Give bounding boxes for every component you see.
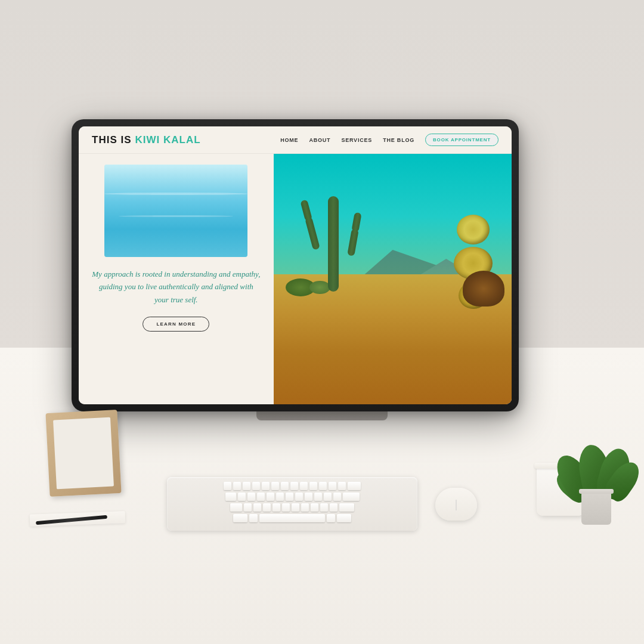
site-header: THIS IS KIWI KALAL HOME ABOUT SERVICES T… <box>79 126 512 154</box>
key <box>329 482 336 490</box>
cactus-trunk <box>328 196 339 292</box>
frame-inner <box>53 417 114 490</box>
bush-body <box>463 271 504 306</box>
key-cmd <box>233 514 247 522</box>
desert-scene <box>274 154 512 404</box>
nav-about[interactable]: ABOUT <box>309 137 330 143</box>
picture-frame <box>45 410 121 497</box>
learn-more-button[interactable]: LEARN MORE <box>143 317 209 332</box>
key <box>339 503 354 512</box>
mouse-scroll <box>456 500 457 510</box>
key <box>243 482 250 490</box>
hero-quote: My approach is rooted in understanding a… <box>92 268 261 306</box>
logo-prefix: THIS IS <box>92 134 132 146</box>
key <box>333 493 341 501</box>
plant-leaves <box>561 426 632 498</box>
key <box>238 493 246 501</box>
key <box>257 493 265 501</box>
keyboard <box>167 477 417 531</box>
key <box>300 482 308 490</box>
key-cmd-r <box>337 514 351 522</box>
cholla-top <box>457 215 490 244</box>
book-appointment-button[interactable]: BOOK APPOINTMENT <box>425 134 499 146</box>
logo-brand: KIWI KALAL <box>135 134 201 146</box>
key <box>314 493 322 501</box>
key <box>309 482 317 490</box>
nav-blog[interactable]: THE BLOG <box>383 137 414 143</box>
brown-bush <box>463 271 504 306</box>
keyboard-area <box>149 477 495 531</box>
pool-image <box>104 165 247 257</box>
key <box>253 503 261 512</box>
key <box>225 493 236 501</box>
key <box>263 503 271 512</box>
site-logo: THIS IS KIWI KALAL <box>92 134 201 146</box>
key <box>301 503 309 512</box>
key <box>224 482 231 490</box>
key <box>338 482 346 490</box>
key <box>230 503 242 512</box>
key <box>305 493 312 501</box>
key <box>330 503 338 512</box>
pool-ripple <box>104 193 247 195</box>
key <box>273 503 280 512</box>
key-space <box>259 514 325 522</box>
desert-shrub2 <box>309 281 330 294</box>
right-panel <box>274 154 512 404</box>
key <box>348 482 361 490</box>
key <box>262 482 270 490</box>
key-row-3 <box>172 503 413 512</box>
key-row-2 <box>172 493 413 501</box>
nav-services[interactable]: SERVICES <box>341 137 372 143</box>
key <box>311 503 318 512</box>
monitor: THIS IS KIWI KALAL HOME ABOUT SERVICES T… <box>72 119 519 411</box>
key <box>276 493 284 501</box>
key <box>271 482 279 490</box>
key <box>320 503 328 512</box>
pool-water <box>104 165 247 257</box>
key <box>244 503 252 512</box>
key <box>286 493 293 501</box>
key <box>290 482 298 490</box>
cactus-main <box>328 196 339 292</box>
nav-home[interactable]: HOME <box>280 137 298 143</box>
key-row-space <box>172 514 413 522</box>
key <box>343 493 360 501</box>
site-nav: HOME ABOUT SERVICES THE BLOG BOOK APPOIN… <box>280 134 499 146</box>
key <box>292 503 299 512</box>
left-panel: My approach is rooted in understanding a… <box>79 154 274 404</box>
key-alt <box>249 514 258 522</box>
site-content: My approach is rooted in understanding a… <box>79 154 512 404</box>
key-row-1 <box>172 482 413 490</box>
key <box>233 482 241 490</box>
plant <box>561 492 632 525</box>
vase-rim <box>579 489 614 494</box>
key <box>282 503 290 512</box>
key-alt-r <box>327 514 335 522</box>
key <box>295 493 303 501</box>
key <box>247 493 255 501</box>
monitor-bezel: THIS IS KIWI KALAL HOME ABOUT SERVICES T… <box>79 126 512 404</box>
mouse <box>435 488 477 521</box>
key <box>281 482 289 490</box>
plant-vase <box>581 492 611 525</box>
key <box>252 482 260 490</box>
key <box>319 482 327 490</box>
key <box>267 493 274 501</box>
key <box>324 493 332 501</box>
